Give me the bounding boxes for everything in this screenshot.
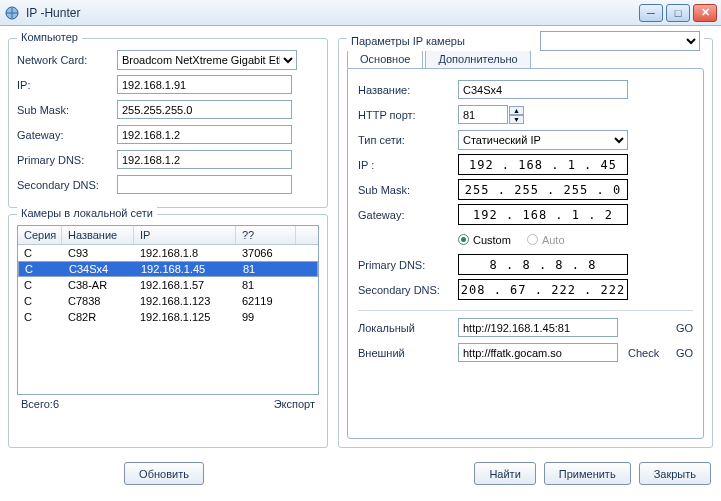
local-label: Локальный — [358, 322, 458, 334]
cam-name[interactable] — [458, 80, 628, 99]
ext-go[interactable]: GO — [676, 347, 693, 359]
col-port[interactable]: ?? — [236, 226, 296, 244]
dns2-label: Secondary DNS: — [17, 179, 117, 191]
computer-group: Компьютер Network Card: Broadcom NetXtre… — [8, 38, 328, 208]
title-bar: IP -Hunter ─ □ ✕ — [0, 0, 721, 26]
table-row[interactable]: CC93192.168.1.837066 — [18, 245, 318, 261]
computer-legend: Компьютер — [17, 31, 82, 43]
total-count: Всего:6 — [21, 398, 59, 410]
cam-dns2[interactable]: 208 . 67 . 222 . 222 — [458, 279, 628, 300]
ext-url[interactable] — [458, 343, 618, 362]
local-url[interactable] — [458, 318, 618, 337]
radio-auto[interactable]: Auto — [527, 234, 565, 246]
radio-custom[interactable]: Custom — [458, 234, 511, 246]
cam-ip-label: IP : — [358, 159, 458, 171]
table-row[interactable]: CC38-AR192.168.1.5781 — [18, 277, 318, 293]
find-button[interactable]: Найти — [474, 462, 535, 485]
cam-dns1-label: Primary DNS: — [358, 259, 458, 271]
tab-extra[interactable]: Дополнительно — [425, 49, 530, 68]
cam-dns1[interactable]: 8 . 8 . 8 . 8 — [458, 254, 628, 275]
cam-gateway[interactable]: 192 . 168 . 1 . 2 — [458, 204, 628, 225]
minimize-button[interactable]: ─ — [639, 4, 663, 22]
spin-down-icon[interactable]: ▼ — [509, 115, 524, 124]
cam-mask-label: Sub Mask: — [358, 184, 458, 196]
export-link[interactable]: Экспорт — [274, 398, 315, 410]
apply-button[interactable]: Применить — [544, 462, 631, 485]
app-icon — [4, 5, 20, 21]
cam-dns2-label: Secondary DNS: — [358, 284, 458, 296]
camera-params-group: Параметры IP камеры Основное Дополнитель… — [338, 38, 713, 448]
ip-label: IP: — [17, 79, 117, 91]
gw-label: Gateway: — [17, 129, 117, 141]
window-title: IP -Hunter — [26, 6, 639, 20]
params-legend: Параметры IP камеры — [351, 35, 465, 47]
maximize-button[interactable]: □ — [666, 4, 690, 22]
table-row[interactable]: CC34Sx4192.168.1.4581 — [18, 261, 318, 277]
close-window-button[interactable]: ✕ — [693, 4, 717, 22]
dns1-label: Primary DNS: — [17, 154, 117, 166]
col-name[interactable]: Название — [62, 226, 134, 244]
ext-label: Внешний — [358, 347, 458, 359]
table-row[interactable]: CC82R192.168.1.12599 — [18, 309, 318, 325]
spin-up-icon[interactable]: ▲ — [509, 106, 524, 115]
table-row[interactable]: CC7838192.168.1.12362119 — [18, 293, 318, 309]
cam-gw-label: Gateway: — [358, 209, 458, 221]
computer-gateway[interactable] — [117, 125, 292, 144]
col-ip[interactable]: IP — [134, 226, 236, 244]
http-label: HTTP порт: — [358, 109, 458, 121]
cam-ip[interactable]: 192 . 168 . 1 . 45 — [458, 154, 628, 175]
computer-mask[interactable] — [117, 100, 292, 119]
nettype-select[interactable]: Статический IP — [458, 130, 628, 150]
camera-select[interactable] — [540, 31, 700, 51]
col-series[interactable]: Серия — [18, 226, 62, 244]
nic-label: Network Card: — [17, 54, 117, 66]
refresh-button[interactable]: Обновить — [124, 462, 204, 485]
nettype-label: Тип сети: — [358, 134, 458, 146]
tab-main[interactable]: Основное — [347, 49, 423, 68]
local-go[interactable]: GO — [676, 322, 693, 334]
computer-dns1[interactable] — [117, 150, 292, 169]
nic-select[interactable]: Broadcom NetXtreme Gigabit Ethe — [117, 50, 297, 70]
cam-name-label: Название: — [358, 84, 458, 96]
ext-check[interactable]: Check — [628, 347, 659, 359]
computer-dns2[interactable] — [117, 175, 292, 194]
http-port[interactable] — [458, 105, 508, 124]
tab-main-pane: Название: HTTP порт: ▲▼ Тип сети: Статич… — [347, 68, 704, 439]
mask-label: Sub Mask: — [17, 104, 117, 116]
cameras-table[interactable]: Серия Название IP ?? CC93192.168.1.83706… — [17, 225, 319, 395]
lan-legend: Камеры в локальной сети — [17, 207, 157, 219]
close-button[interactable]: Закрыть — [639, 462, 711, 485]
cam-mask[interactable]: 255 . 255 . 255 . 0 — [458, 179, 628, 200]
computer-ip[interactable] — [117, 75, 292, 94]
lan-cameras-group: Камеры в локальной сети Серия Название I… — [8, 214, 328, 448]
